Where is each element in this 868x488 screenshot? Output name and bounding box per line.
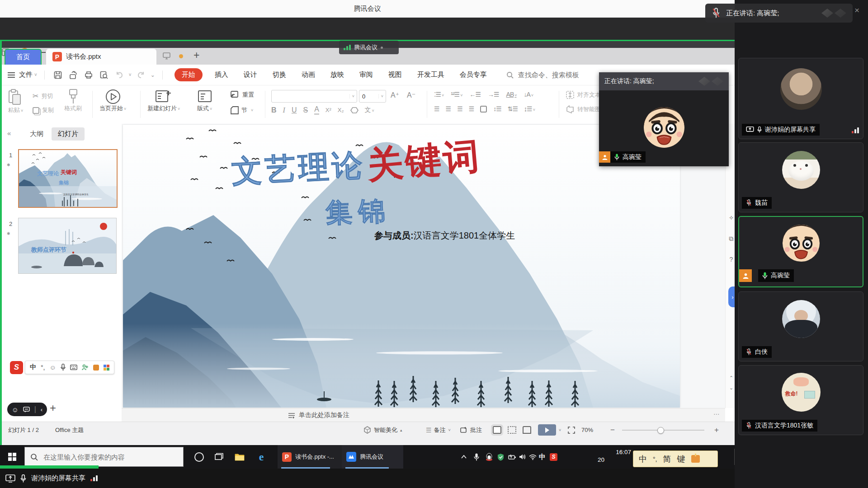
new-tab-button[interactable]: + <box>193 49 199 61</box>
zoom-level[interactable]: 70% <box>581 422 593 438</box>
ime-simplified-label[interactable]: 简 <box>663 454 671 465</box>
zoom-in-button[interactable]: + <box>714 422 719 438</box>
new-slide-button[interactable]: 新建幻灯片˅ <box>147 89 180 113</box>
sogou-grid-icon[interactable] <box>104 365 109 371</box>
slide-canvas[interactable]: 文艺理论 关键词 集锦 参与成员:汉语言文学1801全体学生 <box>123 125 680 408</box>
pinyin-guide-button[interactable]: 文˅ <box>365 106 374 114</box>
taskbar-clock[interactable]: 16:07 20 <box>598 448 631 464</box>
edge-browser-icon[interactable]: e <box>251 445 271 469</box>
ime-gift-icon[interactable] <box>691 455 700 463</box>
menu-tab-view[interactable]: 视图 <box>388 70 402 79</box>
command-search-input[interactable] <box>517 70 605 79</box>
menu-tab-devtools[interactable]: 开发工具 <box>417 70 444 79</box>
copy-tool-icon[interactable]: ⧉ <box>726 235 735 243</box>
participant-tile[interactable]: 白侠 <box>738 291 863 361</box>
shrink-font-button[interactable]: A⁻ <box>407 91 415 99</box>
increase-indent-button[interactable]: →☰ <box>488 91 499 98</box>
justify-button[interactable]: ☰ <box>469 105 474 113</box>
undo-icon[interactable] <box>115 71 123 79</box>
participant-tile[interactable]: 魏苗 <box>738 142 863 212</box>
zoom-slider-knob[interactable] <box>657 427 664 434</box>
sogou-logo[interactable]: S <box>10 361 23 374</box>
comment-button[interactable]: 批注 <box>460 422 482 438</box>
grow-font-button[interactable]: A⁺ <box>391 91 399 99</box>
align-center-button[interactable]: ☰ <box>446 105 451 113</box>
show-desktop-sliver[interactable] <box>734 449 735 465</box>
play-from-current-button[interactable]: 当页开始˅ <box>99 89 126 113</box>
cut-button[interactable]: ✂剪切 <box>33 92 53 100</box>
underline-button[interactable]: U <box>292 106 297 114</box>
scroll-down-icon[interactable]: ⌄ <box>726 385 735 391</box>
collapse-panel-button[interactable]: « <box>7 129 11 137</box>
skin-icon[interactable] <box>93 365 99 371</box>
toast-close-icon[interactable]: × <box>854 5 859 15</box>
line-spacing-button[interactable]: ↕☰ <box>493 105 501 113</box>
ime-mode-label[interactable]: 中 <box>639 454 647 465</box>
tray-volume-icon[interactable] <box>519 445 526 469</box>
add-reaction-button[interactable]: + <box>50 402 56 414</box>
smart-beautify-button[interactable]: 智能美化▴ <box>363 422 402 438</box>
tab-document[interactable]: P 读书会.pptx <box>46 49 156 65</box>
mic-muted-icon[interactable] <box>712 8 721 19</box>
distribute-button[interactable] <box>480 106 487 113</box>
clear-format-icon[interactable] <box>350 107 359 113</box>
paste-button[interactable]: 粘贴˅ <box>8 89 23 114</box>
speaker-overlay[interactable]: 正在讲话: 高琬莹; <box>599 72 729 166</box>
file-explorer-icon[interactable] <box>230 445 250 469</box>
normal-view-button[interactable] <box>493 426 501 434</box>
bullet-list-button[interactable]: ⁚☰˅ <box>434 91 443 98</box>
menu-tab-design[interactable]: 设计 <box>244 70 257 79</box>
share-tool-icon[interactable]: ✧ <box>726 214 735 221</box>
text-direction-button[interactable]: ↓A˅ <box>524 91 533 98</box>
section-button[interactable]: 节˅ <box>231 106 253 114</box>
slide-thumbnail-1[interactable]: 文艺理论 关键词 集锦 汉语言文学1801全体学生 <box>18 149 118 208</box>
ime-punct-label[interactable]: °, <box>653 455 657 463</box>
fit-slide-button[interactable] <box>568 422 575 438</box>
pill-collapse-icon[interactable]: ‹ <box>41 406 42 413</box>
cortana-icon[interactable] <box>189 445 209 469</box>
menu-file[interactable]: 文件 <box>19 70 33 79</box>
emoji-picker-icon[interactable]: ☺ <box>50 364 56 371</box>
hamburger-icon[interactable] <box>7 72 15 78</box>
menu-tab-insert[interactable]: 插入 <box>215 70 228 79</box>
menu-tab-member[interactable]: 会员专享 <box>460 70 487 79</box>
reset-button[interactable]: 重置 <box>231 91 254 99</box>
print-icon[interactable] <box>85 71 93 79</box>
ime-keyboard-label[interactable]: 键 <box>677 454 685 465</box>
notes-bar[interactable]: 单击此处添加备注 ⋯ <box>122 408 725 422</box>
font-name-input[interactable] <box>272 93 349 100</box>
tab-outline[interactable]: 大纲 <box>30 130 43 138</box>
menu-tab-animation[interactable]: 动画 <box>302 70 315 79</box>
help-icon[interactable]: ? <box>726 256 735 263</box>
align-left-button[interactable]: ☰ <box>434 105 439 113</box>
zoom-out-button[interactable]: − <box>610 422 615 438</box>
ime-mode-chinese[interactable]: 中 <box>30 363 36 371</box>
tray-power-icon[interactable] <box>508 445 516 469</box>
task-view-icon[interactable] <box>209 445 229 469</box>
scroll-up-icon[interactable]: ⌃ <box>726 375 735 381</box>
font-name-dropdown-icon[interactable]: ˅ <box>349 94 357 99</box>
participant-tile-share[interactable]: 谢沛娟的屏幕共享 <box>738 58 863 139</box>
char-spacing-button[interactable]: AB˅ <box>506 91 517 98</box>
slideshow-button[interactable]: ˅ <box>538 422 561 438</box>
strikethrough-button[interactable]: S <box>303 106 308 114</box>
taskbar-search-input[interactable] <box>42 453 171 461</box>
tray-security-icon[interactable] <box>497 445 504 469</box>
undo-chevron-icon[interactable]: ˅ <box>129 72 132 77</box>
file-chevron-icon[interactable]: ˅ <box>34 72 37 77</box>
decrease-indent-button[interactable]: ←☰ <box>469 91 481 98</box>
notes-more-icon[interactable]: ⋯ <box>713 410 721 418</box>
participant-tile[interactable]: 救命! 汉语言文学1801张敏 <box>738 365 863 435</box>
tray-mic-icon[interactable] <box>474 445 479 469</box>
menu-tab-slideshow[interactable]: 放映 <box>330 70 344 79</box>
reading-view-button[interactable] <box>523 426 531 434</box>
tray-sogou-icon[interactable]: S <box>550 445 557 469</box>
chat-bubble-icon[interactable] <box>23 407 30 413</box>
participant-tile-speaking[interactable]: 高琬莹 <box>738 216 863 287</box>
font-size-combobox[interactable]: ˅ <box>359 90 386 103</box>
quickbar-chevron-icon[interactable]: ⌄ <box>151 72 155 78</box>
superscript-button[interactable]: X² <box>326 107 331 113</box>
theme-name[interactable]: Office 主题 <box>55 422 84 438</box>
font-size-dropdown-icon[interactable]: ˅ <box>378 94 386 99</box>
taskbar-search[interactable] <box>24 447 184 467</box>
